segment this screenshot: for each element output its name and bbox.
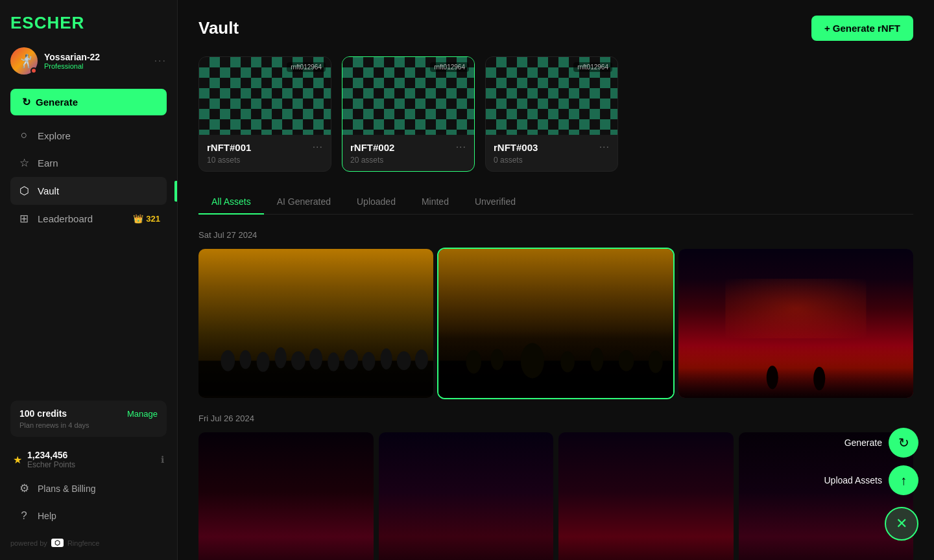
sidebar-item-label: Earn (38, 158, 58, 169)
tab-unverified[interactable]: Unverified (462, 190, 529, 215)
svg-point-18 (590, 347, 603, 371)
nft-card-name-1: rNFT#002 (350, 142, 394, 153)
fab-close-button[interactable]: ✕ (885, 507, 918, 541)
nft-assets-0: 10 assets (207, 156, 323, 165)
figures-svg (678, 345, 913, 398)
svg-point-1 (221, 350, 235, 371)
tab-all-assets[interactable]: All Assets (198, 190, 264, 215)
upload-fab-label: Upload Assets (824, 475, 883, 485)
svg-point-9 (362, 351, 375, 370)
leaderboard-badge: 👑 321 (133, 214, 160, 224)
generate-fab-button[interactable]: ↻ (889, 428, 918, 458)
svg-point-10 (381, 348, 392, 369)
generate-fab-item: Generate ↻ (844, 428, 918, 458)
credits-sub: Plan renews in 4 days (19, 421, 158, 429)
user-badge: Professional (44, 62, 100, 70)
tab-ai-generated[interactable]: AI Generated (264, 190, 344, 215)
points-row: ★ 1,234,456 Escher Points ℹ (10, 445, 167, 474)
sidebar-bottom: 100 credits Manage Plan renews in 4 days… (10, 401, 167, 547)
asset-group-0: Sat Jul 27 2024 (198, 230, 913, 414)
nft-card-0[interactable]: rnft012964 rNFT#001 ··· 10 assets (198, 56, 331, 172)
star-icon: ★ (13, 454, 22, 466)
earn-icon: ☆ (17, 156, 31, 170)
generate-rnft-button[interactable]: + Generate rNFT (811, 16, 913, 41)
svg-point-8 (344, 349, 358, 369)
generate-fab-label: Generate (844, 438, 882, 448)
help-icon: ? (17, 509, 31, 522)
image-thumb-3[interactable] (198, 432, 374, 561)
info-icon[interactable]: ℹ (161, 454, 164, 465)
nft-card-1[interactable]: rnft012964 rNFT#002 ··· 20 assets (342, 56, 475, 172)
svg-point-16 (521, 343, 544, 378)
tab-uploaded[interactable]: Uploaded (344, 190, 409, 215)
nft-token-id-0: rnft012964 (287, 62, 326, 72)
user-profile: 🤺 Yossarian-22 Professional ··· (10, 47, 167, 75)
svg-point-17 (560, 351, 575, 373)
sidebar-item-vault[interactable]: ⬡ Vault (10, 177, 167, 205)
nft-assets-2: 0 assets (494, 156, 610, 165)
upload-fab-item: Upload Assets ↑ (824, 465, 919, 495)
tab-minted[interactable]: Minted (409, 190, 462, 215)
leaderboard-icon: ⊞ (17, 212, 31, 226)
username: Yossarian-22 (44, 52, 100, 62)
image-thumb-5[interactable] (558, 432, 734, 561)
nft-more-1[interactable]: ··· (456, 141, 466, 153)
nft-more-2[interactable]: ··· (599, 141, 610, 153)
nft-card-image-0: rnft012964 (199, 57, 331, 135)
svg-point-6 (309, 348, 322, 369)
sidebar: ESCHER 🤺 Yossarian-22 Professional ··· ↻… (0, 0, 178, 560)
sidebar-item-explore[interactable]: ○ Explore (10, 122, 167, 149)
upload-fab-button[interactable]: ↑ (889, 465, 918, 495)
crowd-svg (198, 323, 433, 398)
nft-token-id-2: rnft012964 (573, 62, 612, 72)
asset-group-1: Fri Jul 26 2024 (198, 414, 913, 561)
nft-card-name-2: rNFT#003 (494, 142, 538, 153)
image-thumb-2[interactable] (678, 249, 913, 398)
date-label-1: Fri Jul 26 2024 (198, 414, 913, 423)
plans-icon: ⚙ (17, 482, 31, 495)
sidebar-item-plans[interactable]: ⚙ Plans & Billing (10, 474, 167, 502)
nft-card-image-1: rnft012964 (342, 57, 474, 135)
svg-point-11 (397, 351, 411, 370)
fab-area: Generate ↻ Upload Assets ↑ (824, 428, 919, 495)
rf-logo: ⬡ (51, 539, 64, 547)
crown-icon: 👑 (133, 214, 143, 224)
main-nav: ○ Explore ☆ Earn ⬡ Vault ⊞ Leaderboard 👑… (10, 122, 167, 233)
date-label-0: Sat Jul 27 2024 (198, 230, 913, 240)
svg-point-21 (767, 366, 778, 389)
sidebar-item-leaderboard[interactable]: ⊞ Leaderboard 👑 321 (10, 205, 167, 233)
online-indicator (30, 67, 37, 74)
svg-point-4 (275, 347, 287, 368)
svg-point-22 (813, 367, 825, 390)
svg-point-7 (328, 352, 339, 371)
explore-icon: ○ (17, 129, 31, 142)
main-content: Vault + Generate rNFT rnft012964 rNFT#00… (178, 0, 934, 560)
main-header: Vault + Generate rNFT (198, 16, 913, 41)
user-menu-dots[interactable]: ··· (154, 55, 167, 67)
nft-more-0[interactable]: ··· (313, 141, 323, 153)
sidebar-item-help[interactable]: ? Help (10, 502, 167, 530)
generate-icon: ↻ (22, 96, 30, 108)
image-thumb-0[interactable] (198, 249, 433, 398)
bottom-nav: ⚙ Plans & Billing ? Help (10, 474, 167, 530)
svg-point-14 (466, 350, 482, 373)
sidebar-item-earn[interactable]: ☆ Earn (10, 149, 167, 177)
credits-box: 100 credits Manage Plan renews in 4 days (10, 401, 167, 437)
svg-point-12 (415, 349, 428, 369)
powered-by: powered by ⬡ Ringfence (10, 539, 167, 547)
generate-button[interactable]: ↻ Generate (10, 89, 167, 115)
points-label: Escher Points (27, 460, 75, 469)
svg-point-2 (239, 350, 251, 369)
image-thumb-1[interactable] (438, 249, 673, 398)
manage-link[interactable]: Manage (127, 409, 158, 419)
app-logo: ESCHER (10, 13, 167, 33)
image-thumb-4[interactable] (379, 432, 554, 561)
page-title: Vault (198, 18, 239, 38)
svg-point-19 (619, 350, 634, 371)
svg-point-15 (491, 349, 504, 370)
credits-title: 100 credits (19, 408, 67, 419)
vault-icon: ⬡ (17, 184, 31, 198)
svg-point-5 (291, 351, 305, 370)
image-grid-0 (198, 249, 913, 398)
nft-card-2[interactable]: rnft012964 rNFT#003 ··· 0 assets (485, 56, 618, 172)
